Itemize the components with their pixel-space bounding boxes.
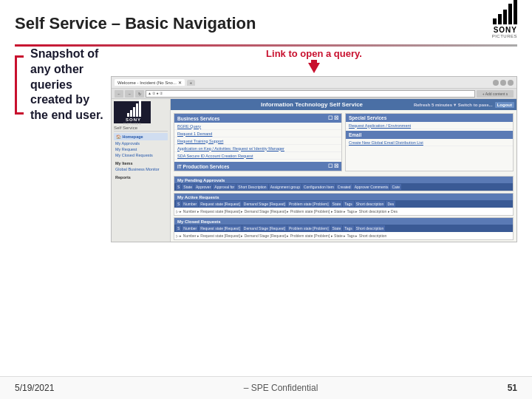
- sidebar-nav-my-request[interactable]: My Request: [114, 146, 168, 152]
- sidebar-nav-closed-requests[interactable]: My Closed Requests: [114, 152, 168, 158]
- slide-header: Self Service – Basic Navigation SONY PIC…: [0, 0, 532, 44]
- active-data-text: ▷ ▸ Number ▸ Request state [Request] ▸ D…: [176, 209, 398, 214]
- active-requests-header: My Active Requests: [174, 194, 513, 200]
- snapshot-line2: any other: [30, 62, 111, 78]
- link-annotation-area: Link to open a query.: [111, 47, 517, 73]
- screenshot-container: Link to open a query. Welcome - Incident…: [111, 47, 517, 242]
- sidebar-logo: SONY PICTURES: [114, 101, 151, 123]
- switch-text: Switch to pass...: [458, 103, 493, 107]
- it-selfservice-title: Information Technology Self Service: [261, 101, 363, 108]
- closed-data-text: ▷ ▸ Number ▸ Request state [Request] ▸ D…: [176, 233, 386, 238]
- col-s: S: [176, 184, 181, 190]
- closed-col-problem: Problem state [Problem]: [287, 225, 330, 231]
- col-short-desc: Short Description: [236, 184, 267, 190]
- sidebar-section-reports: Reports: [114, 174, 168, 180]
- bar3: [503, 10, 507, 24]
- logo-bars: [493, 0, 517, 24]
- logout-button[interactable]: Logout: [495, 102, 514, 108]
- service-item-application[interactable]: Application on Keg / Activities: Request…: [174, 145, 341, 152]
- active-col-des: Des: [386, 201, 395, 207]
- col-state: State: [182, 184, 194, 190]
- sony-logo: SONY PICTURES: [473, 9, 517, 38]
- business-services-header: Business Services ☐ ☒: [174, 114, 341, 123]
- service-item-request-app[interactable]: Request Application / Environment: [346, 122, 513, 129]
- pending-approvals-panel: My Pending Approvals S State Approver Ap…: [174, 176, 514, 191]
- active-requests-data: ▷ ▸ Number ▸ Request state [Request] ▸ D…: [174, 208, 513, 215]
- refresh-button[interactable]: ↻: [135, 90, 144, 98]
- closed-col-tags: Tags: [343, 225, 354, 231]
- browser-toolbar: ← → ↻ ▲ ② ♠ ② + Add content s: [112, 89, 516, 99]
- bar2: [498, 14, 502, 24]
- col-created: Created: [336, 184, 352, 190]
- snapshot-annotation: Snapshot of any other queries created by…: [15, 47, 111, 123]
- it-services-header: IT Production Services ☐ ☒: [174, 162, 341, 171]
- active-col-tags: Tags: [343, 201, 354, 207]
- col-comments: Approver Comments: [353, 184, 390, 190]
- back-button[interactable]: ←: [115, 90, 123, 98]
- business-services-label: Business Services: [177, 116, 219, 121]
- closed-col-s: S: [176, 225, 181, 231]
- it-services-label: IT Production Services: [177, 164, 229, 169]
- snapshot-line3: queries: [30, 78, 111, 93]
- slide-title: Self Service – Basic Navigation: [15, 14, 256, 33]
- special-services-header: Special Services: [346, 114, 513, 122]
- it-services-subheader: IT Production Services ☐ ☒: [174, 162, 341, 171]
- snapshot-line1: Snapshot of: [30, 47, 111, 62]
- closed-requests-panel: My Closed Requests S Number Request stat…: [174, 217, 514, 240]
- service-item-sda[interactable]: SDA Secure ID Account Creation Request: [174, 152, 341, 160]
- closed-col-req-state: Request state [Request]: [199, 225, 242, 231]
- sidebar-nav-global[interactable]: Global Business Monitor: [114, 166, 168, 172]
- browser-maximize[interactable]: [500, 80, 506, 86]
- service-item-training[interactable]: Request Training Support: [174, 137, 341, 145]
- browser-minimize[interactable]: [493, 80, 499, 86]
- snapshot-line5: the end user.: [30, 108, 111, 123]
- closed-col-short-desc: Short description: [355, 225, 386, 231]
- col-approval-for: Approval for: [213, 184, 236, 190]
- add-content-button[interactable]: + Add content s: [477, 90, 514, 98]
- closed-col-number: Number: [182, 225, 198, 231]
- svg-marker-0: [308, 60, 320, 73]
- active-requests-columns: S Number Request state [Request] Demand …: [174, 200, 513, 208]
- col-assignment: Assignment group: [269, 184, 301, 190]
- col-config: Configuration Item: [302, 184, 335, 190]
- middle-section: Snapshot of any other queries created by…: [0, 47, 532, 372]
- browser-tab-new[interactable]: +: [187, 80, 196, 86]
- service-item-bgre[interactable]: BGRE Query: [174, 123, 341, 130]
- footer-date: 5/19/2021: [15, 383, 54, 393]
- arrow-icon: [308, 60, 320, 73]
- bottom-panels: My Pending Approvals S State Approver Ap…: [171, 174, 516, 242]
- business-services-col: Business Services ☐ ☒ BGRE Query Request…: [174, 113, 342, 171]
- closed-requests-columns: S Number Request state [Request] Demand …: [174, 225, 513, 232]
- closed-requests-header: My Closed Requests: [174, 218, 513, 225]
- sidebar-nav-homepage[interactable]: 🏠 Homepage: [114, 133, 168, 140]
- sidebar-nav-my-approvals[interactable]: My Approvals: [114, 140, 168, 146]
- active-requests-panel: My Active Requests S Number Request stat…: [174, 193, 514, 216]
- browser-close[interactable]: [508, 80, 514, 86]
- active-col-state: State: [331, 201, 343, 207]
- header-controls: Refresh 5 minutes ▾ Switch to pass... Lo…: [414, 102, 514, 108]
- active-col-demand: Demand Stage [Request]: [242, 201, 287, 207]
- address-bar[interactable]: ▲ ② ♠ ②: [146, 90, 475, 98]
- browser-tab-active[interactable]: Welcome - Incident (No Sno... ✕: [115, 79, 185, 86]
- browser-sidebar: SONY PICTURES Self Service 🏠 Homepage My…: [112, 99, 171, 242]
- email-label: Email: [349, 132, 361, 137]
- email-header: Email: [346, 131, 513, 139]
- special-services-col: Special Services Request Application / E…: [345, 113, 514, 171]
- active-col-problem: Problem state [Problem]: [287, 201, 330, 207]
- active-col-number: Number: [182, 201, 198, 207]
- it-services-icons: ☐ ☒: [328, 163, 338, 169]
- left-bracket: [15, 55, 24, 115]
- bar4: [508, 4, 512, 24]
- active-col-short-desc: Short description: [355, 201, 386, 207]
- browser-inner: SONY PICTURES Self Service 🏠 Homepage My…: [112, 99, 516, 242]
- logo-subtext: PICTURES: [492, 34, 517, 38]
- closed-col-demand: Demand Stage [Request]: [242, 225, 287, 231]
- col-approver: Approver: [194, 184, 212, 190]
- closed-requests-data: ▷ ▸ Number ▸ Request state [Request] ▸ D…: [174, 232, 513, 239]
- forward-button[interactable]: →: [125, 90, 134, 98]
- logo-text: SONY: [494, 26, 517, 34]
- service-item-email-list[interactable]: Create New Global Email Distribution Lis…: [346, 139, 513, 146]
- browser-topbar: Welcome - Incident (No Sno... ✕ +: [112, 77, 516, 89]
- page-wrapper: Self Service – Basic Navigation SONY PIC…: [0, 0, 532, 399]
- service-item-request1[interactable]: Request 1 Demand: [174, 130, 341, 137]
